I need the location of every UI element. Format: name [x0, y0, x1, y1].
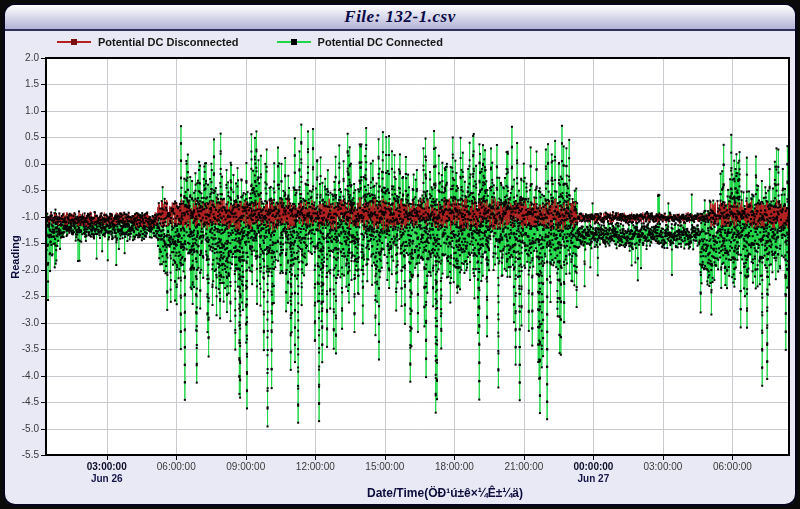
- y-tick-label: 0.0: [5, 158, 39, 169]
- y-tick-label: -0.5: [5, 184, 39, 195]
- x-tick-label: 21:00:00: [504, 461, 543, 472]
- chart-area: Potential DC Disconnected Potential DC C…: [5, 31, 795, 504]
- y-tick-label: -5.0: [5, 423, 39, 434]
- y-tick-label: 1.5: [5, 78, 39, 89]
- x-tick-label: 12:00:00: [296, 461, 335, 472]
- x-tick-label: 03:00:00: [87, 461, 127, 472]
- x-axis-title: Date/Time(ÖÐ¹ú±ê×¼Ê±¼ä): [367, 486, 523, 500]
- series-connected-swatch-icon: [277, 37, 311, 47]
- window-title: File: 132-1.csv: [344, 7, 455, 27]
- y-tick-label: 0.5: [5, 131, 39, 142]
- legend-label-disconnected: Potential DC Disconnected: [98, 36, 239, 48]
- legend-item-disconnected[interactable]: Potential DC Disconnected: [57, 36, 239, 48]
- window-titlebar: File: 132-1.csv: [5, 5, 795, 31]
- legend: Potential DC Disconnected Potential DC C…: [57, 36, 443, 48]
- y-tick-label: 1.0: [5, 105, 39, 116]
- y-tick-label: 2.0: [5, 52, 39, 63]
- x-tick-label: 09:00:00: [226, 461, 265, 472]
- x-tick-date-label: Jun 27: [578, 473, 610, 484]
- y-tick-label: -4.5: [5, 396, 39, 407]
- y-tick-label: -3.5: [5, 343, 39, 354]
- y-axis-title: Reading: [9, 235, 21, 278]
- plot-window: File: 132-1.csv Potential DC Disconnecte…: [3, 3, 797, 506]
- x-tick-label: 18:00:00: [435, 461, 474, 472]
- legend-label-connected: Potential DC Connected: [318, 36, 443, 48]
- y-tick-label: -1.0: [5, 211, 39, 222]
- x-tick-label: 03:00:00: [643, 461, 682, 472]
- y-tick-label: -4.0: [5, 370, 39, 381]
- x-tick-label: 00:00:00: [573, 461, 613, 472]
- x-tick-label: 06:00:00: [713, 461, 752, 472]
- y-tick-label: -5.5: [5, 449, 39, 460]
- x-tick-date-label: Jun 26: [91, 473, 123, 484]
- series-disconnected-swatch-icon: [57, 37, 91, 47]
- x-tick-label: 15:00:00: [365, 461, 404, 472]
- y-tick-label: -2.5: [5, 290, 39, 301]
- y-tick-label: -3.0: [5, 317, 39, 328]
- plot-canvas[interactable]: [5, 31, 795, 506]
- x-tick-label: 06:00:00: [157, 461, 196, 472]
- legend-item-connected[interactable]: Potential DC Connected: [277, 36, 443, 48]
